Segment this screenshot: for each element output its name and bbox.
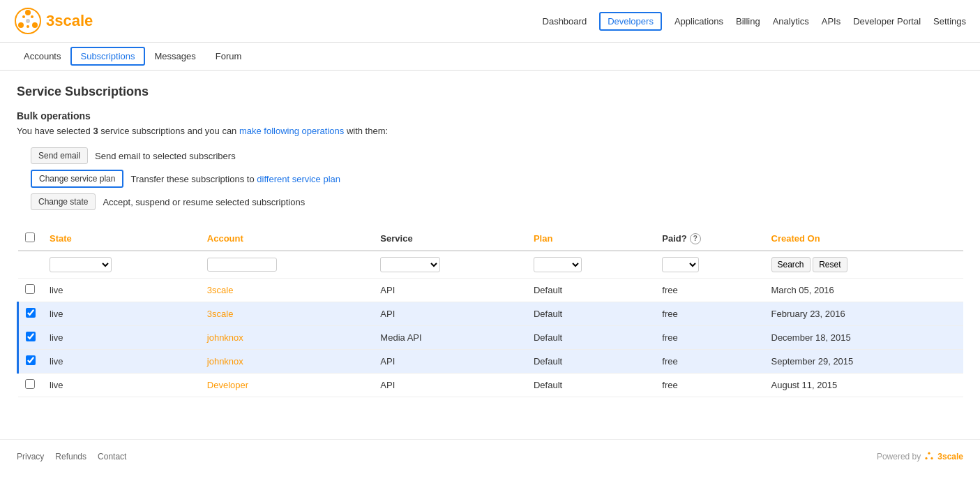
row-checkbox[interactable] xyxy=(26,308,36,318)
search-button[interactable]: Search xyxy=(771,257,811,272)
reset-button[interactable]: Reset xyxy=(813,257,847,272)
cell-state: live xyxy=(43,374,200,397)
select-all-header xyxy=(18,227,43,251)
cell-service: API xyxy=(373,350,527,374)
paid-filter[interactable]: free paid xyxy=(662,257,699,272)
table-row: live3scaleAPIDefaultfreeMarch 05, 2016 xyxy=(18,279,964,302)
select-all-checkbox[interactable] xyxy=(25,232,35,242)
col-plan: Plan xyxy=(527,227,655,251)
cell-plan: Default xyxy=(527,350,655,374)
bulk-ops-description: You have selected 3 service subscription… xyxy=(17,126,963,136)
row-checkbox[interactable] xyxy=(25,379,35,389)
account-link[interactable]: Developer xyxy=(207,380,248,390)
page-title: Service Subscriptions xyxy=(17,84,963,99)
svg-point-1 xyxy=(25,10,31,15)
header: 3scale Dashboard Developers Applications… xyxy=(0,0,980,43)
subnav-subscriptions[interactable]: Subscriptions xyxy=(70,47,144,66)
cell-state: live xyxy=(43,279,200,302)
nav-billing[interactable]: Billing xyxy=(736,16,760,27)
nav-developers[interactable]: Developers xyxy=(599,12,662,31)
svg-point-9 xyxy=(926,457,928,459)
powered-logo-text: 3scale xyxy=(937,452,963,462)
send-email-button[interactable]: Send email xyxy=(31,147,88,164)
nav-apis[interactable]: APIs xyxy=(822,16,840,27)
powered-by: Powered by 3scale xyxy=(877,451,963,462)
bulk-ops-link[interactable]: make following operations xyxy=(239,126,344,136)
subnav-accounts[interactable]: Accounts xyxy=(14,44,70,68)
logo: 3scale xyxy=(14,7,93,35)
footer-links: Privacy Refunds Contact xyxy=(17,452,126,462)
col-account: Account xyxy=(200,227,374,251)
col-created-on: Created On xyxy=(764,227,964,251)
row-checkbox[interactable] xyxy=(26,355,36,365)
bulk-operations: Send email Send email to selected subscr… xyxy=(31,147,963,210)
nav-analytics[interactable]: Analytics xyxy=(773,16,809,27)
col-state: State xyxy=(43,227,200,251)
subnav-messages[interactable]: Messages xyxy=(145,44,206,68)
cell-account: Developer xyxy=(200,374,374,397)
change-service-plan-button[interactable]: Change service plan xyxy=(31,170,123,188)
nav-dashboard[interactable]: Dashboard xyxy=(543,16,587,27)
account-link[interactable]: johnknox xyxy=(207,356,243,367)
account-link[interactable]: 3scale xyxy=(207,285,234,295)
different-plan-link[interactable]: different service plan xyxy=(257,174,340,184)
change-service-plan-desc: Transfer these subscriptions to differen… xyxy=(130,174,340,184)
row-checkbox[interactable] xyxy=(26,332,36,341)
top-nav: Dashboard Developers Applications Billin… xyxy=(543,12,966,31)
col-service: Service xyxy=(373,227,527,251)
service-filter[interactable]: API Media API xyxy=(380,257,440,272)
svg-point-8 xyxy=(928,452,930,455)
paid-help-icon[interactable]: ? xyxy=(690,233,701,244)
main-content: Service Subscriptions Bulk operations Yo… xyxy=(0,71,980,411)
footer-refunds[interactable]: Refunds xyxy=(55,452,86,462)
cell-service: API xyxy=(373,302,527,326)
nav-settings[interactable]: Settings xyxy=(933,16,966,27)
table-row: liveDeveloperAPIDefaultfreeAugust 11, 20… xyxy=(18,374,964,397)
svg-point-10 xyxy=(931,457,933,459)
subnav-forum[interactable]: Forum xyxy=(206,44,252,68)
subscriptions-table: State Account Service Plan Paid? ? Creat… xyxy=(17,227,963,397)
cell-plan: Default xyxy=(527,326,655,350)
col-paid: Paid? ? xyxy=(655,227,764,251)
account-filter[interactable] xyxy=(207,258,277,272)
footer: Privacy Refunds Contact Powered by 3scal… xyxy=(0,439,980,473)
cell-created-on: March 05, 2016 xyxy=(764,279,964,302)
bulk-op-row-email: Send email Send email to selected subscr… xyxy=(31,147,963,164)
cell-created-on: August 11, 2015 xyxy=(764,374,964,397)
change-state-button[interactable]: Change state xyxy=(31,193,96,210)
footer-privacy[interactable]: Privacy xyxy=(17,452,44,462)
table-row: livejohnknoxAPIDefaultfreeSeptember 29, … xyxy=(18,350,964,374)
svg-point-3 xyxy=(32,22,38,28)
cell-account: 3scale xyxy=(200,279,374,302)
logo-icon xyxy=(14,7,42,35)
logo-text: 3scale xyxy=(46,12,93,30)
cell-service: API xyxy=(373,374,527,397)
send-email-desc: Send email to selected subscribers xyxy=(95,151,236,161)
state-filter[interactable]: live pending suspended xyxy=(50,257,112,272)
cell-account: johnknox xyxy=(200,326,374,350)
cell-paid: free xyxy=(655,326,764,350)
plan-filter[interactable]: Default xyxy=(534,257,582,272)
cell-paid: free xyxy=(655,350,764,374)
nav-applications[interactable]: Applications xyxy=(674,16,723,27)
row-checkbox[interactable] xyxy=(25,284,35,294)
subnav: Accounts Subscriptions Messages Forum xyxy=(0,43,980,71)
cell-service: API xyxy=(373,279,527,302)
powered-logo-icon xyxy=(924,451,935,462)
change-state-desc: Accept, suspend or resume selected subsc… xyxy=(103,197,305,207)
cell-paid: free xyxy=(655,302,764,326)
filter-row: live pending suspended API Media API xyxy=(18,251,964,279)
svg-point-5 xyxy=(22,15,25,18)
account-link[interactable]: 3scale xyxy=(207,309,234,319)
table-header-row: State Account Service Plan Paid? ? Creat… xyxy=(18,227,964,251)
cell-service: Media API xyxy=(373,326,527,350)
svg-point-6 xyxy=(31,15,33,18)
cell-state: live xyxy=(43,350,200,374)
cell-created-on: February 23, 2016 xyxy=(764,302,964,326)
nav-developer-portal[interactable]: Developer Portal xyxy=(853,16,921,27)
table-row: live3scaleAPIDefaultfreeFebruary 23, 201… xyxy=(18,302,964,326)
bulk-op-row-plan: Change service plan Transfer these subsc… xyxy=(31,170,963,188)
bulk-op-row-state: Change state Accept, suspend or resume s… xyxy=(31,193,963,210)
account-link[interactable]: johnknox xyxy=(207,332,243,343)
footer-contact[interactable]: Contact xyxy=(98,452,126,462)
